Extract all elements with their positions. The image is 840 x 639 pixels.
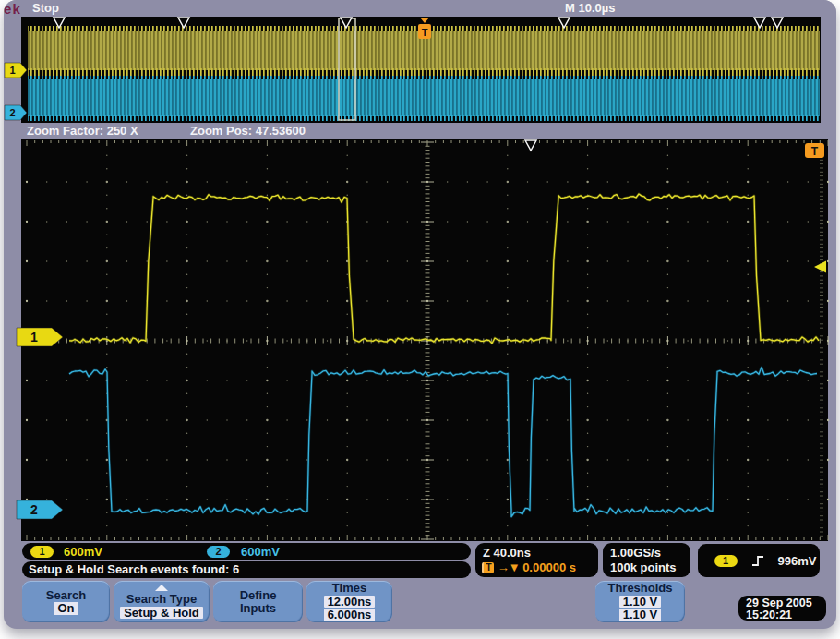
overview-waveform-window: T12 [4,12,825,123]
ch1-scale: 600mV [64,545,102,559]
zoom-timebase-readout: Z 40.0ns T →▼ 0.00000 s [475,543,598,577]
menu-up-arrow-icon [155,585,168,591]
trigger-readout: 1 996mV [698,544,820,577]
trigger-delay-readout: 0.00000 s [522,561,576,574]
menu-label: Times [332,582,366,595]
svg-text:T: T [422,27,428,38]
svg-text:1: 1 [30,330,38,344]
trigger-delay-arrows-icon: →▼ [498,561,520,574]
ch2-badge: 2 [207,546,230,558]
menu-label: Thresholds [607,582,672,595]
ch2-overview-band [28,79,820,116]
menu-value: 1.10 V [619,596,662,609]
svg-text:2: 2 [9,107,15,118]
ch1-badge: 1 [30,546,54,558]
menu-button-search[interactable]: Search On [22,581,110,622]
channel-scale-readout: 1 600mV 2 600mV [22,543,471,560]
zoom-position-readout: Zoom Pos: 47.53600 [190,124,306,138]
scope-display: Tek Stop M 10.0µs T12 Zoom Factor: 250 X… [4,0,836,629]
menu-label: Define [240,589,277,602]
menu-label: Search [46,589,86,602]
zoom-factor-readout: Zoom Factor: 250 X [27,124,138,138]
time-readout: 15:20:21 [746,609,826,621]
date-readout: 29 Sep 2005 [746,597,826,609]
zoom-scale-readout: Z 40.0ns [483,546,531,560]
svg-text:T: T [811,145,819,158]
mainview-svg: T12 [4,139,836,541]
menu-value: Setup & Hold [120,607,203,620]
menu-value: 1.10 V [619,609,662,621]
screenshot-root: Tek Stop M 10.0µs T12 Zoom Factor: 250 X… [0,0,840,639]
menu-label: Inputs [240,602,276,615]
menu-button-search-type[interactable]: Search Type Setup & Hold [114,581,210,622]
menu-button-thresholds[interactable]: Thresholds 1.10 V 1.10 V [595,581,685,622]
search-status-readout: Setup & Hold Search events found: 6 [22,561,471,578]
rising-edge-icon [751,554,764,568]
menu-button-define-inputs[interactable]: Define Inputs [213,581,303,622]
menu-value: 12.00ns [324,596,376,609]
svg-text:2: 2 [30,502,38,517]
overview-svg: T12 [4,12,825,123]
menu-label: Search Type [126,593,197,606]
acquisition-readout: 1.00GS/s 100k points [603,543,690,577]
trigger-delay-icon: T [482,562,494,573]
svg-text:1: 1 [9,65,15,76]
datetime-readout: 29 Sep 2005 15:20:21 [738,596,826,621]
menu-value: 6.000ns [324,609,376,621]
zoomed-waveform-window: T12 [4,139,836,541]
trigger-level-readout: 996mV [778,554,817,568]
zoom-info-bar: Zoom Factor: 250 X Zoom Pos: 47.53600 [21,123,821,139]
ch2-scale: 600mV [241,545,280,559]
record-length-readout: 100k points [610,561,677,574]
trigger-source-badge: 1 [714,555,738,567]
sample-rate-readout: 1.00GS/s [610,546,661,560]
menu-value: On [54,602,78,615]
menu-button-times[interactable]: Times 12.00ns 6.000ns [306,581,392,622]
